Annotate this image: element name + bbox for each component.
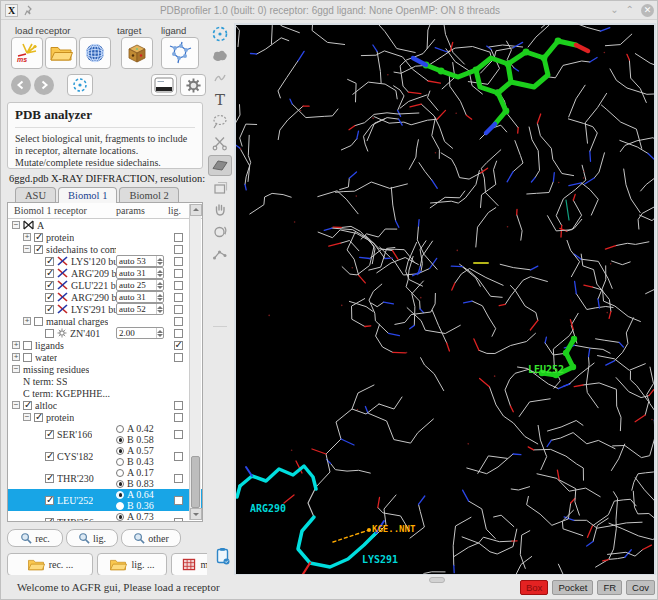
tree-row-altloc[interactable]: −altloc [8, 399, 202, 411]
text-label-icon[interactable]: T [208, 89, 232, 110]
expand-icon[interactable]: + [23, 233, 31, 241]
altloc-option[interactable]: B 0.36 [116, 501, 168, 511]
collapse-icon[interactable]: − [12, 401, 20, 409]
lasso-select-icon[interactable] [208, 111, 232, 132]
altloc-radio[interactable] [116, 502, 124, 510]
collapse-icon[interactable]: − [23, 245, 31, 253]
save-receptor-button[interactable]: rec. ... [7, 553, 93, 576]
altloc-option[interactable]: B 0.83 [116, 479, 168, 489]
tree-row-ser-166[interactable]: SER'166A 0.42B 0.58 [8, 423, 202, 445]
altloc-option[interactable]: A 0.64 [116, 490, 168, 500]
lig-checkbox[interactable] [174, 353, 183, 362]
include-checkbox[interactable] [45, 305, 54, 314]
open-receptor-file-button[interactable] [45, 37, 77, 69]
fr-toggle-button[interactable]: FR [597, 580, 622, 595]
lig-checkbox[interactable] [174, 474, 183, 483]
measure-icon[interactable] [208, 67, 232, 88]
lig-checkbox[interactable] [174, 257, 183, 266]
altloc-radio[interactable] [116, 436, 124, 444]
tab-biomol-2[interactable]: Biomol 2 [119, 187, 178, 203]
tree-row-arg-209-bu[interactable]: ARG'209 bu...auto 31 [8, 267, 202, 279]
load-pdb-file-button[interactable]: ms [11, 37, 43, 69]
ligand-button[interactable] [161, 37, 199, 69]
include-checkbox[interactable] [45, 474, 54, 483]
include-checkbox[interactable] [34, 245, 43, 254]
tree-row-n-term-ss[interactable]: N term: SS [8, 375, 202, 387]
lig-checkbox[interactable] [174, 341, 183, 350]
pocket-toggle-button[interactable]: Pocket [552, 580, 593, 595]
lig-checkbox[interactable] [174, 430, 183, 439]
altloc-option[interactable]: B 0.43 [116, 457, 168, 467]
param-spinbox[interactable]: auto 31 [116, 291, 164, 303]
altloc-radio[interactable] [116, 447, 124, 455]
tree-row-sidechains-to-comp[interactable]: −sidechains to comp... [8, 243, 202, 255]
fetch-receptor-web-button[interactable] [79, 37, 111, 69]
include-checkbox[interactable] [34, 413, 43, 422]
include-checkbox[interactable] [34, 233, 43, 242]
settings-button[interactable] [180, 74, 206, 96]
altloc-radio[interactable] [116, 480, 124, 488]
tree-row-protein[interactable]: −protein [8, 411, 202, 423]
splitter-handle[interactable] [429, 577, 445, 583]
expand-icon[interactable]: + [23, 317, 31, 325]
collapse-icon[interactable]: − [12, 221, 20, 229]
lig-checkbox[interactable] [174, 233, 183, 242]
param-spinbox[interactable]: auto 52 [116, 303, 164, 315]
tree-row-leu-252[interactable]: LEU'252A 0.64B 0.36 [8, 489, 202, 511]
shade-icon[interactable]: ⌄ [610, 3, 618, 17]
include-checkbox[interactable] [45, 329, 54, 338]
lig-checkbox[interactable] [174, 452, 183, 461]
save-ligand-button[interactable]: lig. ... [97, 553, 167, 576]
altloc-option[interactable]: B 0.58 [116, 435, 168, 445]
scroll-up-icon[interactable] [190, 204, 202, 216]
box-toggle-button[interactable]: Box [520, 580, 548, 595]
tree-row-zn-401[interactable]: ZN'4012.00 [8, 327, 202, 339]
tree-row-cys-182[interactable]: CYS'182A 0.57B 0.43 [8, 445, 202, 467]
lig-checkbox[interactable] [174, 317, 183, 326]
altloc-option[interactable]: A 0.73 [116, 512, 168, 522]
target-box-button[interactable] [121, 37, 153, 69]
altloc-radio[interactable] [116, 513, 124, 521]
lig-checkbox[interactable] [174, 413, 183, 422]
include-checkbox[interactable] [45, 518, 54, 523]
tree-row-c-term-kgephhe[interactable]: C term: KGEPHHE... [8, 387, 202, 399]
include-checkbox[interactable] [45, 496, 54, 505]
include-checkbox[interactable] [23, 353, 32, 362]
tree-row-thr-256[interactable]: THR'256A 0.73B 0.27 [8, 511, 202, 522]
center-view-icon[interactable] [208, 23, 232, 44]
tree-row-water[interactable]: +water [8, 351, 202, 363]
tab-asu[interactable]: ASU [15, 187, 56, 203]
spinbox-stepper-icon[interactable] [156, 328, 163, 338]
scrollbar-thumb[interactable] [191, 456, 200, 508]
include-checkbox[interactable] [45, 269, 54, 278]
spinbox-stepper-icon[interactable] [156, 268, 163, 278]
include-checkbox[interactable] [45, 293, 54, 302]
lig-checkbox[interactable] [174, 269, 183, 278]
collapse-icon[interactable]: − [23, 413, 31, 421]
center-view-button[interactable] [67, 74, 93, 96]
surface-icon[interactable] [208, 45, 232, 66]
altloc-radio[interactable] [116, 425, 124, 433]
expand-icon[interactable]: + [12, 353, 20, 361]
tree-row-ligands[interactable]: +ligands [8, 339, 202, 351]
focus-other-button[interactable]: other [121, 529, 181, 547]
scroll-down-icon[interactable] [190, 508, 202, 520]
unshade-icon[interactable]: ⌃ [626, 3, 634, 17]
snapshot-icon[interactable] [211, 545, 235, 566]
include-checkbox[interactable] [45, 452, 54, 461]
tree-row-missing-residues[interactable]: −missing residues [8, 363, 202, 375]
tab-biomol-1[interactable]: Biomol 1 [58, 187, 117, 203]
lig-checkbox[interactable] [174, 305, 183, 314]
lig-checkbox[interactable] [174, 401, 183, 410]
include-checkbox[interactable] [23, 401, 32, 410]
tree-row-glu-221-bu[interactable]: GLU'221 bu...auto 25 [8, 279, 202, 291]
close-icon[interactable]: ✕ [641, 4, 654, 17]
tree-scrollbar[interactable] [189, 204, 201, 520]
molecule-viewport[interactable]: LEU252ARG290LYS291KGE..NNT [234, 23, 656, 576]
altloc-radio[interactable] [116, 491, 124, 499]
param-spinbox[interactable]: 2.00 [116, 327, 164, 339]
include-checkbox[interactable] [34, 317, 43, 326]
scissors-icon[interactable] [208, 133, 232, 154]
spinbox-stepper-icon[interactable] [156, 292, 163, 302]
focus-ligand-button[interactable]: lig. [66, 529, 118, 547]
